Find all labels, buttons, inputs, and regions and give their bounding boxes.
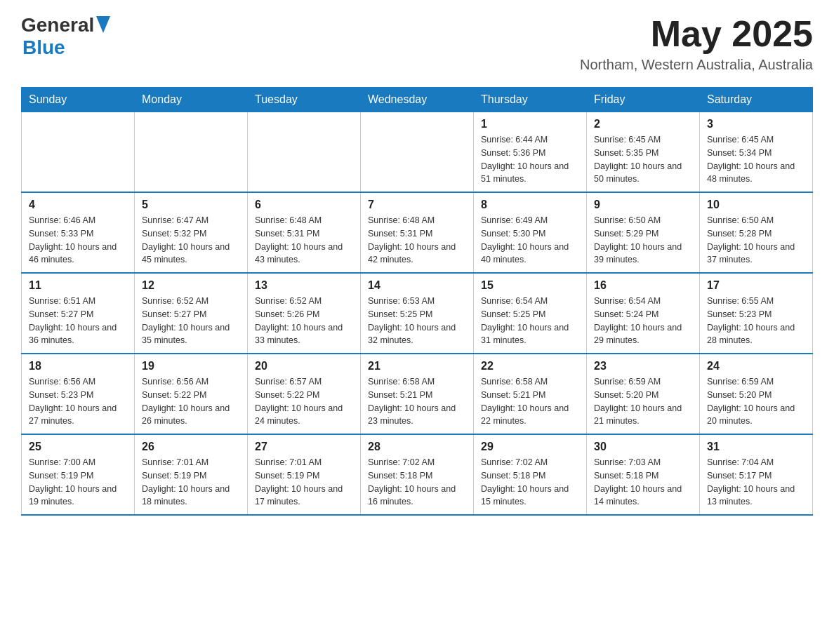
calendar-cell: 14Sunrise: 6:53 AMSunset: 5:25 PMDayligh… bbox=[361, 273, 474, 354]
calendar-cell: 19Sunrise: 6:56 AMSunset: 5:22 PMDayligh… bbox=[135, 354, 248, 434]
day-info: Sunrise: 6:53 AMSunset: 5:25 PMDaylight:… bbox=[368, 295, 466, 347]
calendar-cell: 18Sunrise: 6:56 AMSunset: 5:23 PMDayligh… bbox=[22, 354, 135, 434]
day-info: Sunrise: 6:46 AMSunset: 5:33 PMDaylight:… bbox=[29, 214, 127, 267]
calendar-cell: 13Sunrise: 6:52 AMSunset: 5:26 PMDayligh… bbox=[248, 273, 361, 354]
day-number: 4 bbox=[29, 199, 127, 211]
day-info: Sunrise: 6:58 AMSunset: 5:21 PMDaylight:… bbox=[481, 375, 579, 428]
week-row-4: 18Sunrise: 6:56 AMSunset: 5:23 PMDayligh… bbox=[22, 354, 813, 434]
day-number: 27 bbox=[255, 441, 353, 453]
calendar-cell bbox=[248, 112, 361, 193]
calendar-body: 1Sunrise: 6:44 AMSunset: 5:36 PMDaylight… bbox=[22, 112, 813, 516]
day-number: 21 bbox=[368, 360, 466, 373]
calendar-cell: 9Sunrise: 6:50 AMSunset: 5:29 PMDaylight… bbox=[587, 192, 700, 273]
logo-blue: Blue bbox=[21, 36, 110, 59]
calendar-cell: 21Sunrise: 6:58 AMSunset: 5:21 PMDayligh… bbox=[361, 354, 474, 434]
day-number: 6 bbox=[255, 199, 353, 211]
calendar-cell: 22Sunrise: 6:58 AMSunset: 5:21 PMDayligh… bbox=[474, 354, 587, 434]
weekday-header-row: SundayMondayTuesdayWednesdayThursdayFrid… bbox=[22, 88, 813, 112]
day-info: Sunrise: 6:50 AMSunset: 5:29 PMDaylight:… bbox=[594, 214, 692, 267]
week-row-3: 11Sunrise: 6:51 AMSunset: 5:27 PMDayligh… bbox=[22, 273, 813, 354]
calendar-cell bbox=[22, 112, 135, 193]
day-info: Sunrise: 6:51 AMSunset: 5:27 PMDaylight:… bbox=[29, 295, 127, 347]
calendar-cell: 17Sunrise: 6:55 AMSunset: 5:23 PMDayligh… bbox=[700, 273, 813, 354]
day-number: 5 bbox=[142, 199, 240, 211]
weekday-header-saturday: Saturday bbox=[700, 88, 813, 112]
calendar-cell: 30Sunrise: 7:03 AMSunset: 5:18 PMDayligh… bbox=[587, 434, 700, 515]
day-info: Sunrise: 6:44 AMSunset: 5:36 PMDaylight:… bbox=[481, 133, 579, 186]
calendar-cell: 11Sunrise: 6:51 AMSunset: 5:27 PMDayligh… bbox=[22, 273, 135, 354]
logo-general: General bbox=[21, 14, 94, 36]
day-info: Sunrise: 6:52 AMSunset: 5:27 PMDaylight:… bbox=[142, 295, 240, 347]
day-number: 10 bbox=[707, 199, 805, 211]
day-info: Sunrise: 6:50 AMSunset: 5:28 PMDaylight:… bbox=[707, 214, 805, 267]
day-info: Sunrise: 7:04 AMSunset: 5:17 PMDaylight:… bbox=[707, 456, 805, 509]
calendar-cell: 12Sunrise: 6:52 AMSunset: 5:27 PMDayligh… bbox=[135, 273, 248, 354]
day-info: Sunrise: 6:48 AMSunset: 5:31 PMDaylight:… bbox=[368, 214, 466, 267]
month-year-title: May 2025 bbox=[580, 14, 813, 54]
week-row-5: 25Sunrise: 7:00 AMSunset: 5:19 PMDayligh… bbox=[22, 434, 813, 515]
weekday-header-sunday: Sunday bbox=[22, 88, 135, 112]
day-info: Sunrise: 7:01 AMSunset: 5:19 PMDaylight:… bbox=[255, 456, 353, 509]
day-info: Sunrise: 6:54 AMSunset: 5:24 PMDaylight:… bbox=[594, 295, 692, 347]
day-info: Sunrise: 7:01 AMSunset: 5:19 PMDaylight:… bbox=[142, 456, 240, 509]
day-info: Sunrise: 6:54 AMSunset: 5:25 PMDaylight:… bbox=[481, 295, 579, 347]
day-number: 25 bbox=[29, 441, 127, 453]
calendar-table: SundayMondayTuesdayWednesdayThursdayFrid… bbox=[21, 87, 813, 516]
day-number: 7 bbox=[368, 199, 466, 211]
day-info: Sunrise: 6:45 AMSunset: 5:35 PMDaylight:… bbox=[594, 133, 692, 186]
calendar-cell: 7Sunrise: 6:48 AMSunset: 5:31 PMDaylight… bbox=[361, 192, 474, 273]
day-info: Sunrise: 6:59 AMSunset: 5:20 PMDaylight:… bbox=[707, 375, 805, 428]
calendar-cell: 20Sunrise: 6:57 AMSunset: 5:22 PMDayligh… bbox=[248, 354, 361, 434]
weekday-header-thursday: Thursday bbox=[474, 88, 587, 112]
calendar-cell: 29Sunrise: 7:02 AMSunset: 5:18 PMDayligh… bbox=[474, 434, 587, 515]
day-number: 3 bbox=[707, 118, 805, 130]
calendar-cell: 5Sunrise: 6:47 AMSunset: 5:32 PMDaylight… bbox=[135, 192, 248, 273]
day-number: 23 bbox=[594, 360, 692, 373]
day-info: Sunrise: 6:49 AMSunset: 5:30 PMDaylight:… bbox=[481, 214, 579, 267]
title-block: May 2025 Northam, Western Australia, Aus… bbox=[580, 14, 813, 73]
calendar-header: SundayMondayTuesdayWednesdayThursdayFrid… bbox=[22, 88, 813, 112]
day-number: 29 bbox=[481, 441, 579, 453]
weekday-header-tuesday: Tuesday bbox=[248, 88, 361, 112]
day-number: 14 bbox=[368, 279, 466, 292]
calendar-cell: 10Sunrise: 6:50 AMSunset: 5:28 PMDayligh… bbox=[700, 192, 813, 273]
day-number: 24 bbox=[707, 360, 805, 373]
calendar-cell: 23Sunrise: 6:59 AMSunset: 5:20 PMDayligh… bbox=[587, 354, 700, 434]
day-number: 17 bbox=[707, 279, 805, 292]
location-subtitle: Northam, Western Australia, Australia bbox=[580, 57, 813, 73]
day-info: Sunrise: 7:00 AMSunset: 5:19 PMDaylight:… bbox=[29, 456, 127, 509]
day-info: Sunrise: 6:56 AMSunset: 5:22 PMDaylight:… bbox=[142, 375, 240, 428]
day-number: 9 bbox=[594, 199, 692, 211]
day-number: 1 bbox=[481, 118, 579, 130]
day-info: Sunrise: 7:03 AMSunset: 5:18 PMDaylight:… bbox=[594, 456, 692, 509]
calendar-cell: 28Sunrise: 7:02 AMSunset: 5:18 PMDayligh… bbox=[361, 434, 474, 515]
day-info: Sunrise: 7:02 AMSunset: 5:18 PMDaylight:… bbox=[368, 456, 466, 509]
day-number: 8 bbox=[481, 199, 579, 211]
calendar-cell: 26Sunrise: 7:01 AMSunset: 5:19 PMDayligh… bbox=[135, 434, 248, 515]
day-number: 20 bbox=[255, 360, 353, 373]
logo: General Blue bbox=[21, 14, 110, 59]
calendar-cell: 4Sunrise: 6:46 AMSunset: 5:33 PMDaylight… bbox=[22, 192, 135, 273]
day-number: 15 bbox=[481, 279, 579, 292]
weekday-header-monday: Monday bbox=[135, 88, 248, 112]
day-info: Sunrise: 6:48 AMSunset: 5:31 PMDaylight:… bbox=[255, 214, 353, 267]
calendar-cell: 24Sunrise: 6:59 AMSunset: 5:20 PMDayligh… bbox=[700, 354, 813, 434]
day-number: 12 bbox=[142, 279, 240, 292]
calendar-cell bbox=[135, 112, 248, 193]
weekday-header-friday: Friday bbox=[587, 88, 700, 112]
day-number: 28 bbox=[368, 441, 466, 453]
day-info: Sunrise: 6:47 AMSunset: 5:32 PMDaylight:… bbox=[142, 214, 240, 267]
week-row-1: 1Sunrise: 6:44 AMSunset: 5:36 PMDaylight… bbox=[22, 112, 813, 193]
weekday-header-wednesday: Wednesday bbox=[361, 88, 474, 112]
calendar-cell bbox=[361, 112, 474, 193]
svg-marker-0 bbox=[96, 16, 110, 33]
day-number: 13 bbox=[255, 279, 353, 292]
calendar-cell: 27Sunrise: 7:01 AMSunset: 5:19 PMDayligh… bbox=[248, 434, 361, 515]
day-info: Sunrise: 6:58 AMSunset: 5:21 PMDaylight:… bbox=[368, 375, 466, 428]
day-number: 30 bbox=[594, 441, 692, 453]
day-number: 22 bbox=[481, 360, 579, 373]
day-info: Sunrise: 6:45 AMSunset: 5:34 PMDaylight:… bbox=[707, 133, 805, 186]
day-number: 26 bbox=[142, 441, 240, 453]
calendar-cell: 2Sunrise: 6:45 AMSunset: 5:35 PMDaylight… bbox=[587, 112, 700, 193]
calendar-cell: 15Sunrise: 6:54 AMSunset: 5:25 PMDayligh… bbox=[474, 273, 587, 354]
